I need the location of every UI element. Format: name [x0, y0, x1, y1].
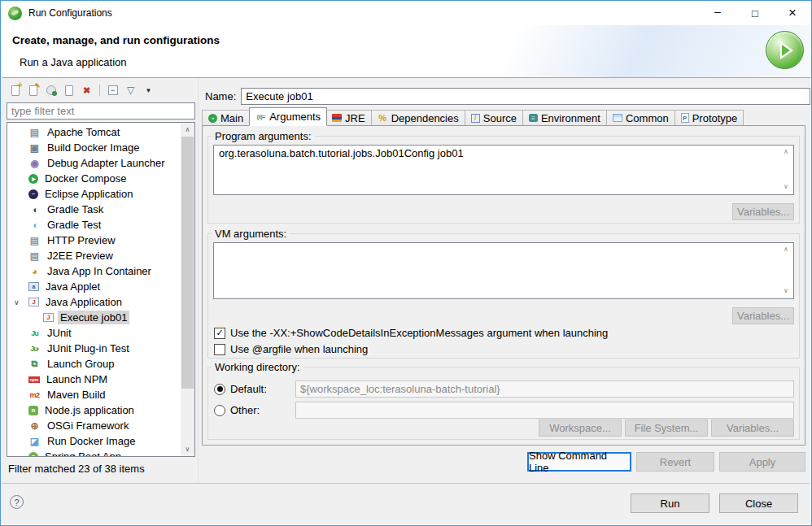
tree-item-gradle-task[interactable]: Gradle Task — [7, 202, 181, 217]
tree-item-label: Run Docker Image — [45, 434, 138, 448]
scroll-down-icon[interactable]: ∨ — [181, 442, 194, 456]
tree-item-osgi-framework[interactable]: OSGi Framework — [7, 418, 181, 433]
show-code-details-checkbox[interactable]: Use the -XX:+ShowCodeDetailsInExceptionM… — [214, 327, 608, 339]
configuration-name-input[interactable] — [241, 88, 810, 105]
tab-jre[interactable]: JRE — [326, 110, 372, 126]
tree-item-build-docker-image[interactable]: Build Docker Image — [7, 140, 181, 155]
build-docker-image-icon — [28, 142, 41, 154]
scroll-up-icon[interactable]: ∧ — [781, 246, 791, 253]
tree-item-spring-boot-app[interactable]: Spring Boot App — [7, 449, 181, 457]
tab-label: Source — [483, 112, 517, 124]
close-button[interactable]: Close — [719, 493, 798, 513]
osgi-framework-icon — [28, 420, 41, 432]
tree-item-label: Spring Boot App — [42, 450, 124, 457]
tree-item-java-app-in-container[interactable]: Java App In Container — [7, 263, 181, 279]
tree-item-eclipse-application[interactable]: Eclipse Application — [7, 186, 181, 202]
menu-dropdown-icon[interactable] — [142, 84, 155, 98]
tab-source[interactable]: Source — [465, 110, 523, 126]
tab-dependencies-icon — [378, 113, 388, 124]
directory-variables-button[interactable]: Variables... — [711, 419, 794, 437]
run-button[interactable]: Run — [631, 493, 709, 513]
tree-item-launch-npm[interactable]: Launch NPM — [7, 372, 181, 387]
maximize-icon[interactable] — [736, 1, 774, 25]
tree-item-launch-group[interactable]: Launch Group — [7, 356, 181, 372]
tree-item-label: Node.js application — [42, 403, 137, 417]
other-directory-row: Other: — [214, 402, 794, 419]
program-arguments-variables-button[interactable]: Variables... — [732, 203, 794, 220]
link-prototype-icon[interactable] — [44, 84, 58, 98]
tree-item-apache-tomcat[interactable]: Apache Tomcat — [7, 124, 181, 140]
toolbar-separator — [99, 85, 100, 96]
tree-item-label: J2EE Preview — [45, 249, 116, 263]
filter-icon[interactable] — [124, 84, 138, 98]
new-configuration-icon[interactable] — [8, 84, 22, 98]
tree-item-run-docker-image[interactable]: Run Docker Image — [7, 433, 181, 449]
argfile-checkbox[interactable]: Use @argfile when launching — [214, 343, 368, 355]
tab-environment[interactable]: Environment — [523, 110, 607, 126]
vm-arguments-input[interactable] — [213, 242, 794, 299]
panel-divider[interactable] — [198, 78, 199, 485]
workspace-button[interactable]: Workspace... — [539, 419, 622, 437]
show-command-line-button[interactable]: Show Command Line — [527, 452, 631, 472]
tab-common-icon — [613, 114, 622, 122]
checkbox-icon[interactable] — [214, 328, 225, 339]
program-arguments-group: Program arguments: org.terasoluna.batch.… — [207, 136, 800, 224]
tree-item-label: OSGi Framework — [45, 419, 131, 433]
default-radio[interactable] — [214, 384, 225, 395]
other-radio[interactable] — [214, 405, 225, 416]
expander-icon[interactable]: ∨ — [14, 298, 28, 306]
spring-boot-app-icon — [28, 452, 38, 458]
tree-item-java-application[interactable]: ∨Java Application — [7, 294, 181, 310]
tree-item-http-preview[interactable]: HTTP Preview — [7, 233, 181, 248]
filter-input[interactable] — [7, 102, 195, 120]
default-directory-field[interactable] — [295, 380, 794, 398]
program-arguments-input[interactable]: org.terasoluna.batch.tutorial.jobs.Job01… — [213, 145, 794, 195]
revert-button[interactable]: Revert — [636, 452, 714, 472]
scroll-down-icon[interactable]: ∨ — [781, 287, 791, 294]
arguments-tab-panel: Program arguments: org.terasoluna.batch.… — [202, 125, 805, 446]
tree-item-debug-adapter-launcher[interactable]: Debug Adapter Launcher — [7, 155, 181, 171]
scroll-up-icon[interactable]: ∧ — [781, 148, 791, 155]
duplicate-icon[interactable] — [62, 84, 76, 98]
config-actions: Show Command Line Revert Apply — [202, 452, 805, 472]
tab-arguments[interactable]: Arguments — [249, 107, 327, 126]
tab-common[interactable]: Common — [607, 110, 675, 126]
tree-item-node-js-application[interactable]: Node.js application — [7, 402, 181, 418]
scroll-up-icon[interactable]: ∧ — [181, 123, 194, 137]
tree-item-java-applet[interactable]: Java Applet — [7, 279, 181, 294]
collapse-all-icon[interactable] — [106, 84, 120, 98]
tab-label: Prototype — [692, 112, 738, 124]
vm-arguments-variables-button[interactable]: Variables... — [732, 307, 794, 324]
tab-prototype[interactable]: Prototype — [675, 110, 744, 126]
file-system-button[interactable]: File System... — [625, 419, 708, 437]
tree-scrollbar[interactable]: ∧ ∨ — [181, 123, 194, 456]
tab-dependencies[interactable]: Dependencies — [372, 110, 465, 126]
tree-item-maven-build[interactable]: Maven Build — [7, 387, 181, 402]
tree-item-docker-compose[interactable]: Docker Compose — [7, 171, 181, 186]
help-icon[interactable] — [10, 495, 24, 509]
tree-item-junit-plug-in-test[interactable]: JUnit Plug-in Test — [7, 341, 181, 356]
spring-app-icon — [8, 7, 22, 20]
tree-item-gradle-test[interactable]: Gradle Test — [7, 217, 181, 233]
new-prototype-icon[interactable] — [26, 84, 40, 98]
delete-icon[interactable] — [80, 84, 94, 98]
page-subtitle: Run a Java application — [20, 56, 127, 68]
tree-item-junit[interactable]: JUnit — [7, 325, 181, 341]
minimize-icon[interactable] — [699, 1, 736, 25]
tree-item-label: JUnit — [45, 326, 74, 340]
other-directory-field[interactable] — [295, 402, 794, 419]
apply-button[interactable]: Apply — [719, 452, 805, 472]
tree-item-execute-job01[interactable]: Execute job01 — [7, 310, 181, 325]
java-app-in-container-icon — [28, 266, 41, 277]
gradle-task-icon — [28, 204, 41, 215]
tab-label: Common — [626, 112, 669, 124]
tab-main[interactable]: Main — [202, 110, 250, 126]
tree-item-label: Gradle Test — [45, 218, 103, 232]
window-title: Run Configurations — [28, 7, 112, 19]
checkbox-icon[interactable] — [214, 344, 225, 355]
scrollbar-thumb[interactable] — [181, 137, 194, 389]
scroll-down-icon[interactable]: ∨ — [781, 183, 791, 190]
tree-item-j2ee-preview[interactable]: J2EE Preview — [7, 248, 181, 263]
close-icon[interactable] — [774, 1, 811, 25]
default-label: Default: — [230, 383, 295, 395]
